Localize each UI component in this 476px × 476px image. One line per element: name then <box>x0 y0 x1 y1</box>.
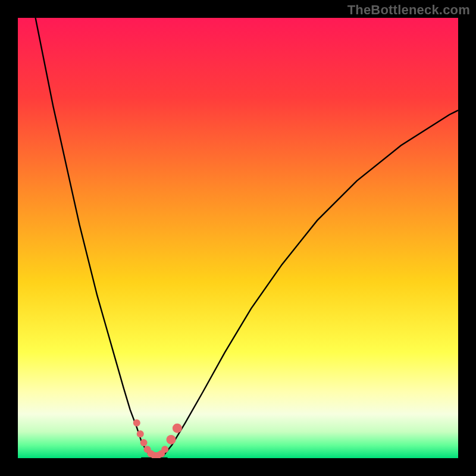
data-point <box>167 435 176 444</box>
data-point <box>137 430 144 437</box>
data-point <box>133 419 140 427</box>
gradient-background <box>18 18 458 458</box>
chart-frame: TheBottleneck.com <box>0 0 476 476</box>
data-point <box>173 424 182 433</box>
bottleneck-chart <box>18 18 458 458</box>
watermark-text: TheBottleneck.com <box>347 2 470 18</box>
data-point <box>140 439 148 446</box>
plot-area <box>18 18 458 458</box>
data-point <box>161 446 168 453</box>
